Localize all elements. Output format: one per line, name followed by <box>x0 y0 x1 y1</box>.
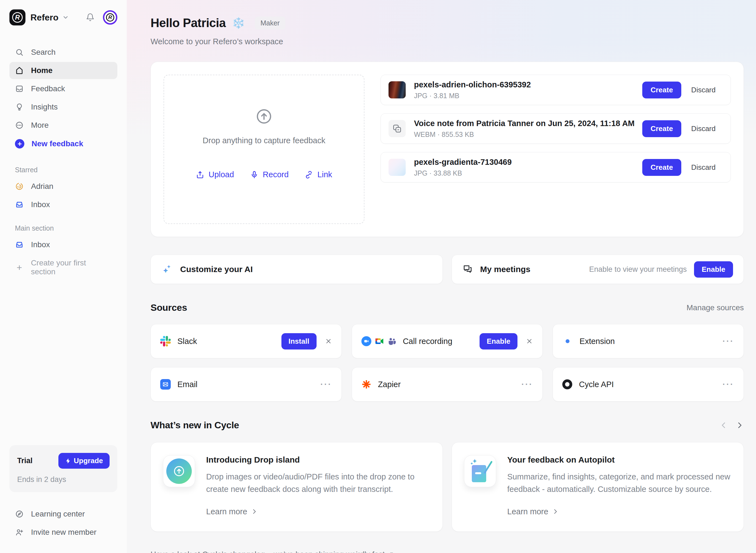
google-meet-icon <box>375 336 384 346</box>
starred-section-label: Starred <box>15 166 117 174</box>
upgrade-button[interactable]: Upgrade <box>58 453 110 469</box>
upload-label: Upload <box>209 170 234 179</box>
chevron-down-icon <box>62 14 69 21</box>
more-options-icon[interactable] <box>723 380 734 389</box>
snowflake-emoji: ❄️ <box>232 17 245 29</box>
feedback-row: pexels-adrien-olichon-6395392 JPG · 3.81… <box>381 75 731 105</box>
ms-teams-icon <box>388 337 396 345</box>
source-name: Zapier <box>378 380 401 389</box>
news-body: Summarize, find insights, categorize, an… <box>507 471 731 495</box>
file-meta: WEBM · 855.53 KB <box>414 131 634 139</box>
customize-ai-card[interactable]: Customize your AI <box>150 255 443 284</box>
sparkles-icon <box>161 263 173 275</box>
source-name: Email <box>178 380 198 389</box>
source-card-call-recording: Call recording Enable <box>352 324 543 358</box>
workspace-switcher[interactable]: R Refero R <box>9 9 117 25</box>
sidebar-item-label: Search <box>31 48 56 57</box>
sidebar-item-invite-member[interactable]: Invite new member <box>9 524 117 541</box>
install-slack-button[interactable]: Install <box>281 333 317 349</box>
changelog-link[interactable]: Have a look at Cycle’s changelog – we’ve… <box>150 550 744 553</box>
learn-more-link[interactable]: Learn more <box>206 507 430 516</box>
discard-button[interactable]: Discard <box>691 163 715 172</box>
close-icon[interactable] <box>526 338 533 345</box>
cycle-api-icon <box>562 379 572 389</box>
close-icon[interactable] <box>325 338 332 345</box>
record-button[interactable]: Record <box>250 170 289 179</box>
sources-title: Sources <box>150 302 187 313</box>
enable-call-recording-button[interactable]: Enable <box>480 333 518 349</box>
zapier-icon <box>361 379 371 389</box>
source-name: Extension <box>579 337 615 346</box>
sidebar-item-main-inbox[interactable]: Inbox <box>9 236 117 253</box>
meetings-chat-icon <box>462 264 473 274</box>
drop-island-icon <box>163 455 195 487</box>
source-name: Slack <box>178 337 197 346</box>
carousel-next-icon[interactable] <box>736 421 744 429</box>
create-first-section-button[interactable]: + Create your first section <box>9 254 117 281</box>
link-button[interactable]: Link <box>305 170 332 179</box>
sidebar-item-more[interactable]: More <box>9 117 117 134</box>
discard-button[interactable]: Discard <box>691 86 715 94</box>
feedback-dropzone[interactable]: Drop anything to capture feedback Upload… <box>163 75 364 224</box>
sidebar-item-search[interactable]: Search <box>9 44 117 61</box>
create-section-label: Create your first section <box>31 258 112 276</box>
file-title: pexels-gradienta-7130469 <box>414 158 512 167</box>
source-card-email: Email <box>150 367 342 401</box>
avatar-letter: R <box>106 13 114 21</box>
more-options-icon[interactable] <box>723 336 734 346</box>
microphone-icon <box>250 171 259 179</box>
chevron-right-icon <box>552 508 559 515</box>
manage-sources-link[interactable]: Manage sources <box>687 303 744 312</box>
more-circle-icon <box>15 121 24 130</box>
sidebar-item-home[interactable]: Home <box>9 62 117 79</box>
news-card-autopilot: Your feedback on Autopilot Summarize, fi… <box>452 442 744 532</box>
new-feedback-label: New feedback <box>31 139 83 148</box>
sidebar-item-label: Learning center <box>31 509 85 519</box>
sidebar-item-insights[interactable]: Insights <box>9 98 117 115</box>
discard-button[interactable]: Discard <box>691 125 715 133</box>
create-button[interactable]: Create <box>642 120 681 137</box>
autopilot-icon <box>464 455 496 487</box>
user-avatar[interactable]: R <box>103 10 117 25</box>
upload-button[interactable]: Upload <box>196 170 234 179</box>
file-title: Voice note from Patricia Tanner on Jun 2… <box>414 119 634 128</box>
changelog-label: Have a look at Cycle’s changelog – we’ve… <box>150 550 385 553</box>
link-icon <box>305 171 313 179</box>
welcome-subtitle: Welcome to your Refero’s workspace <box>150 37 744 46</box>
create-button[interactable]: Create <box>642 159 681 176</box>
feedback-row: Voice note from Patricia Tanner on Jun 2… <box>381 113 731 144</box>
learn-more-link[interactable]: Learn more <box>507 507 731 516</box>
sidebar-item-label: Home <box>31 66 53 75</box>
sidebar-item-feedback[interactable]: Feedback <box>9 80 117 97</box>
workspace-logo: R <box>9 9 25 25</box>
enable-meetings-button[interactable]: Enable <box>694 261 733 278</box>
sidebar-item-label: Inbox <box>31 200 50 209</box>
plus-circle-icon: + <box>15 139 24 149</box>
file-thumbnail <box>389 159 406 176</box>
carousel-prev-icon[interactable] <box>719 421 728 429</box>
create-button[interactable]: Create <box>642 82 681 98</box>
more-options-icon[interactable] <box>321 380 332 389</box>
slack-icon <box>160 336 171 346</box>
chevron-right-icon <box>251 508 258 515</box>
more-options-icon[interactable] <box>521 380 533 389</box>
arrow-up-circle-icon <box>256 108 273 125</box>
sidebar-item-starred-inbox[interactable]: Inbox <box>9 196 117 213</box>
record-label: Record <box>263 170 289 179</box>
new-feedback-button[interactable]: + New feedback <box>9 135 117 153</box>
arrow-up-right-icon <box>388 551 395 553</box>
my-meetings-title: My meetings <box>480 264 531 274</box>
lightning-icon <box>65 458 71 464</box>
chrome-icon <box>562 336 573 346</box>
notifications-bell-icon[interactable] <box>86 13 95 22</box>
sparkles-icon <box>470 459 481 468</box>
capture-card: Drop anything to capture feedback Upload… <box>150 62 744 237</box>
sidebar-item-learning-center[interactable]: Learning center <box>9 505 117 523</box>
file-meta: JPG · 33.88 KB <box>414 169 512 177</box>
file-title: pexels-adrien-olichon-6395392 <box>414 80 531 89</box>
link-label: Link <box>318 170 332 179</box>
file-thumbnail <box>389 81 406 98</box>
source-card-cycle-api: Cycle API <box>553 367 744 401</box>
media-file-icon <box>389 120 406 137</box>
sidebar-item-adrian[interactable]: Adrian <box>9 178 117 195</box>
